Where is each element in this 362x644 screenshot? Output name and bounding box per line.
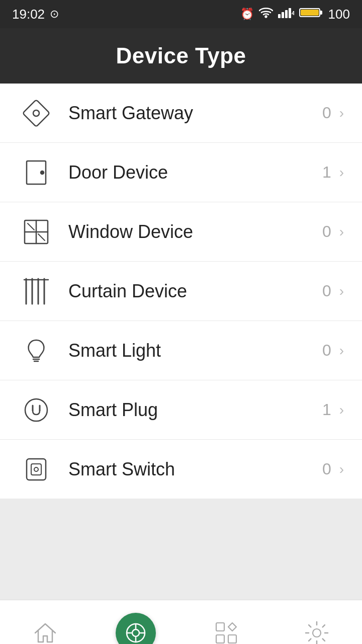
svg-point-0 bbox=[265, 16, 266, 18]
battery-icon bbox=[299, 7, 323, 21]
signal-icon: 4G bbox=[278, 7, 294, 21]
smart-plug-icon bbox=[18, 392, 54, 428]
svg-text:4G: 4G bbox=[292, 10, 294, 16]
svg-point-38 bbox=[313, 629, 321, 637]
list-item[interactable]: Door Device 1 › bbox=[0, 143, 362, 202]
list-item[interactable]: Smart Switch 0 › bbox=[0, 440, 362, 499]
device-name: Curtain Device bbox=[68, 281, 322, 302]
svg-point-12 bbox=[41, 171, 44, 174]
device-count: 0 bbox=[322, 222, 331, 241]
device-list: Smart Gateway 0 › Door Device 1 › Window… bbox=[0, 84, 362, 499]
status-left: 19:02 ⊙ bbox=[12, 7, 59, 22]
svg-rect-3 bbox=[285, 10, 288, 18]
content-spacer bbox=[0, 499, 362, 600]
chevron-right-icon: › bbox=[339, 402, 344, 418]
list-item[interactable]: Smart Light 0 › bbox=[0, 321, 362, 380]
svg-rect-1 bbox=[278, 14, 281, 18]
list-item[interactable]: Curtain Device 0 › bbox=[0, 262, 362, 321]
battery-percent: 100 bbox=[328, 7, 350, 22]
svg-point-23 bbox=[25, 399, 47, 421]
device-name: Window Device bbox=[68, 221, 322, 243]
nav-home[interactable] bbox=[0, 600, 90, 644]
svg-rect-26 bbox=[27, 459, 46, 480]
svg-point-10 bbox=[33, 110, 39, 116]
list-item[interactable]: Window Device 0 › bbox=[0, 202, 362, 262]
chevron-right-icon: › bbox=[339, 461, 344, 477]
bottom-navigation bbox=[0, 600, 362, 644]
page-header: Device Type bbox=[0, 28, 362, 84]
svg-rect-2 bbox=[282, 12, 284, 18]
device-name: Smart Light bbox=[68, 340, 322, 361]
device-name: Smart Plug bbox=[68, 399, 322, 421]
nav-scenes[interactable] bbox=[181, 600, 272, 644]
chevron-right-icon: › bbox=[339, 343, 344, 359]
smart-gateway-icon bbox=[18, 95, 54, 131]
device-center-button[interactable] bbox=[116, 613, 156, 645]
status-right: ⏰ 4G 100 bbox=[240, 7, 350, 22]
status-bar: 19:02 ⊙ ⏰ 4G bbox=[0, 0, 362, 28]
svg-rect-37 bbox=[228, 635, 236, 643]
device-name: Smart Gateway bbox=[68, 103, 322, 124]
svg-point-30 bbox=[132, 629, 139, 636]
device-name: Door Device bbox=[68, 162, 322, 183]
svg-rect-27 bbox=[31, 464, 41, 475]
svg-rect-8 bbox=[301, 10, 319, 16]
list-item[interactable]: Smart Gateway 0 › bbox=[0, 84, 362, 143]
svg-rect-4 bbox=[289, 8, 291, 18]
alarm-icon: ⏰ bbox=[240, 8, 254, 21]
device-count: 1 bbox=[322, 163, 331, 182]
svg-rect-35 bbox=[216, 623, 224, 631]
nav-device-center[interactable] bbox=[90, 600, 181, 644]
wifi-icon bbox=[259, 7, 273, 21]
device-count: 1 bbox=[322, 400, 331, 419]
device-count: 0 bbox=[322, 460, 331, 478]
time-display: 19:02 bbox=[12, 7, 45, 22]
page-title: Device Type bbox=[116, 43, 246, 68]
device-count: 0 bbox=[322, 341, 331, 360]
smart-switch-icon bbox=[18, 451, 54, 488]
device-count: 0 bbox=[322, 282, 331, 300]
chevron-right-icon: › bbox=[339, 165, 344, 181]
svg-point-28 bbox=[34, 467, 38, 471]
window-device-icon bbox=[18, 214, 54, 250]
svg-rect-9 bbox=[23, 100, 50, 127]
chevron-right-icon: › bbox=[339, 105, 344, 121]
curtain-device-icon bbox=[18, 273, 54, 309]
nav-settings[interactable] bbox=[272, 600, 362, 644]
chevron-right-icon: › bbox=[339, 283, 344, 299]
smart-light-icon bbox=[18, 333, 54, 369]
svg-rect-36 bbox=[216, 635, 224, 643]
location-icon: ⊙ bbox=[50, 8, 59, 21]
device-count: 0 bbox=[322, 104, 331, 122]
chevron-right-icon: › bbox=[339, 224, 344, 240]
door-device-icon bbox=[18, 154, 54, 191]
device-name: Smart Switch bbox=[68, 459, 322, 480]
svg-rect-7 bbox=[320, 11, 322, 15]
list-item[interactable]: Smart Plug 1 › bbox=[0, 380, 362, 440]
